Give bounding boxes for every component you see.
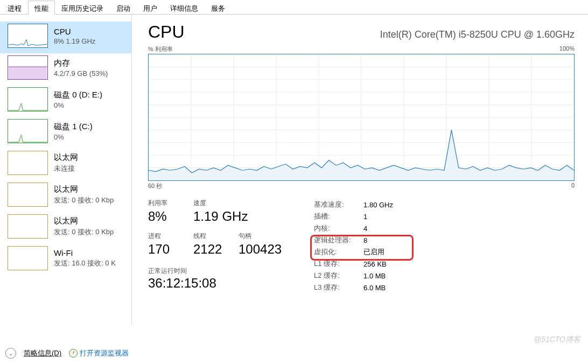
info-row: L2 缓存:1.0 MB	[314, 270, 402, 282]
open-resmon-label: 打开资源监视器	[80, 348, 129, 358]
sidebar-item-3[interactable]: 磁盘 1 (C:)0%	[0, 117, 131, 149]
sidebar-item-sub: 8% 1.19 GHz	[54, 37, 95, 45]
tab-4[interactable]: 用户	[137, 1, 164, 15]
info-key: L3 缓存:	[314, 282, 363, 293]
info-value: 1.0 MB	[363, 270, 402, 282]
sidebar-item-0[interactable]: CPU8% 1.19 GHz	[0, 22, 131, 53]
info-key: L1 缓存:	[314, 258, 363, 270]
info-key: 虚拟化:	[314, 246, 363, 258]
info-row: 基准速度:1.80 GHz	[314, 199, 402, 211]
tab-5[interactable]: 详细信息	[164, 1, 205, 15]
info-key: 逻辑处理器:	[314, 234, 363, 246]
sidebar-item-2[interactable]: 磁盘 0 (D: E:)0%	[0, 85, 131, 117]
sidebar-item-sub: 发送: 0 接收: 0 Kbp	[54, 195, 114, 205]
eth-thumb-icon	[8, 246, 48, 270]
info-key: 插槽:	[314, 211, 363, 222]
util-label: 利用率	[148, 199, 181, 208]
sidebar-item-title: 以太网	[54, 184, 114, 194]
info-value: 6.0 MB	[363, 282, 402, 293]
eth-thumb-icon	[8, 214, 48, 239]
speed-label: 速度	[193, 199, 248, 208]
handle-value: 100423	[239, 242, 282, 257]
info-key: 基准速度:	[314, 199, 363, 211]
disk-thumb-icon	[8, 119, 48, 143]
open-resmon-link[interactable]: 打开资源监视器	[69, 348, 129, 358]
cpu-thumb-icon	[8, 24, 48, 48]
info-row: 逻辑处理器:8	[314, 234, 402, 246]
info-value: 4	[363, 222, 402, 234]
eth-thumb-icon	[8, 151, 48, 175]
sidebar-item-sub: 4.2/7.9 GB (53%)	[54, 69, 108, 78]
proc-value: 170	[148, 242, 181, 257]
info-value: 1.80 GHz	[363, 199, 402, 211]
info-row: L3 缓存:6.0 MB	[314, 282, 402, 293]
info-row: 内核:4	[314, 222, 402, 234]
info-key: 内核:	[314, 222, 363, 234]
page-title: CPU	[148, 22, 185, 42]
sidebar: CPU8% 1.19 GHz内存4.2/7.9 GB (53%)磁盘 0 (D:…	[0, 15, 132, 325]
thread-value: 2122	[193, 242, 227, 257]
sidebar-item-title: 磁盘 0 (D: E:)	[54, 90, 102, 100]
uptime-label: 正常运行时间	[148, 267, 282, 276]
info-row: L1 缓存:256 KB	[314, 258, 402, 270]
disk-thumb-icon	[8, 87, 48, 111]
watermark: @51CTO博客	[534, 335, 580, 345]
sidebar-item-sub: 0%	[54, 133, 93, 141]
svg-rect-0	[9, 67, 47, 79]
sidebar-item-title: 内存	[54, 58, 108, 68]
sidebar-item-sub: 未连接	[54, 164, 78, 173]
sidebar-item-title: CPU	[54, 27, 95, 36]
sidebar-item-1[interactable]: 内存4.2/7.9 GB (53%)	[0, 53, 131, 85]
handle-label: 句柄	[239, 232, 282, 241]
chart-y-label: % 利用率	[148, 45, 173, 53]
info-key: L2 缓存:	[314, 270, 363, 282]
cpu-model: Intel(R) Core(TM) i5-8250U CPU @ 1.60GHz	[380, 29, 575, 40]
tab-1[interactable]: 性能	[28, 1, 55, 15]
speed-value: 1.19 GHz	[193, 209, 248, 224]
sidebar-item-6[interactable]: 以太网发送: 0 接收: 0 Kbp	[0, 212, 131, 244]
bottom-bar: ⌄ 简略信息(D) 打开资源监视器	[5, 348, 583, 359]
tab-3[interactable]: 启动	[110, 1, 137, 15]
tab-bar: 进程性能应用历史记录启动用户详细信息服务	[0, 0, 588, 15]
info-value: 256 KB	[363, 258, 402, 270]
chart-x-right: 0	[571, 182, 575, 190]
sidebar-item-title: 以太网	[54, 152, 78, 163]
tab-0[interactable]: 进程	[1, 1, 28, 15]
sidebar-item-7[interactable]: Wi-Fi发送: 16.0 接收: 0 K	[0, 244, 131, 276]
content-area: CPU Intel(R) Core(TM) i5-8250U CPU @ 1.6…	[132, 15, 588, 325]
sidebar-item-sub: 发送: 16.0 接收: 0 K	[54, 258, 116, 268]
chart-y-max: 100%	[559, 45, 575, 53]
tab-6[interactable]: 服务	[205, 1, 232, 15]
info-value: 已启用	[363, 246, 402, 258]
gauge-icon	[69, 349, 78, 358]
info-value: 1	[363, 211, 402, 222]
thread-label: 线程	[193, 232, 227, 241]
chevron-down-icon[interactable]: ⌄	[5, 348, 16, 359]
sidebar-item-title: Wi-Fi	[54, 248, 116, 257]
sidebar-item-sub: 发送: 0 接收: 0 Kbp	[54, 227, 114, 237]
sidebar-item-title: 磁盘 1 (C:)	[54, 122, 93, 132]
proc-label: 进程	[148, 232, 181, 241]
sidebar-item-5[interactable]: 以太网发送: 0 接收: 0 Kbp	[0, 180, 131, 212]
info-row: 插槽:1	[314, 211, 402, 222]
eth-thumb-icon	[8, 183, 48, 207]
tab-2[interactable]: 应用历史记录	[55, 1, 110, 15]
sidebar-item-sub: 0%	[54, 101, 102, 109]
info-value: 8	[363, 234, 402, 246]
util-value: 8%	[148, 209, 181, 224]
sidebar-item-4[interactable]: 以太网未连接	[0, 149, 131, 180]
chart-x-left: 60 秒	[148, 182, 162, 190]
cpu-chart[interactable]	[148, 54, 575, 181]
uptime-value: 36:12:15:08	[148, 276, 282, 291]
brief-info-link[interactable]: 简略信息(D)	[24, 348, 61, 358]
mem-thumb-icon	[8, 55, 48, 80]
sidebar-item-title: 以太网	[54, 216, 114, 226]
info-row: 虚拟化:已启用	[314, 246, 402, 258]
